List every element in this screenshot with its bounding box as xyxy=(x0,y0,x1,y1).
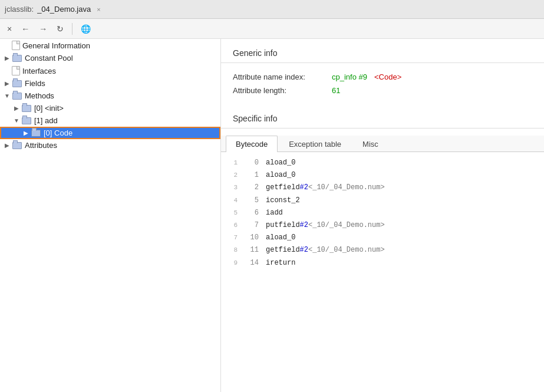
bc-instruction: getfield xyxy=(266,182,300,193)
attr-length-label: Attribute length: xyxy=(233,86,327,95)
attr-name-tag: <Code> xyxy=(374,73,401,81)
attr-name-row: Attribute name index: cp_info #9 <Code> xyxy=(221,70,544,84)
bytecode-row: 811getfield #2 <_10/_04_Demo.num> xyxy=(221,244,544,256)
arrow-general-info xyxy=(2,42,12,49)
attr-length-value: 61 xyxy=(332,86,340,95)
folder-icon-fields xyxy=(12,80,22,88)
tabs-bar: Bytecode Exception table Misc xyxy=(221,136,544,152)
sidebar-item-code[interactable]: ▶ [0] Code xyxy=(0,127,220,139)
arrow-fields: ▶ xyxy=(2,80,12,87)
label-attributes: Attributes xyxy=(25,141,57,150)
bytecode-row: 10aload_0 xyxy=(221,157,544,169)
sidebar-item-fields[interactable]: ▶ Fields xyxy=(0,77,220,90)
bytecode-row: 710aload_0 xyxy=(221,232,544,244)
bc-instruction: ireturn xyxy=(266,258,295,269)
title-bar: jclasslib: _04_Demo.java × xyxy=(0,0,544,19)
label-general-info: General Information xyxy=(22,41,90,50)
bc-instruction: putfield xyxy=(266,220,300,231)
generic-info-divider xyxy=(221,62,544,63)
arrow-attributes: ▶ xyxy=(2,142,12,149)
sidebar-item-interfaces[interactable]: Interfaces xyxy=(0,64,220,77)
bc-instruction: iadd xyxy=(266,207,283,219)
close-button[interactable]: × xyxy=(5,23,14,35)
sidebar-item-init[interactable]: ▶ [0] <init> xyxy=(0,102,220,114)
bc-comment: <_10/_04_Demo.num> xyxy=(308,182,385,193)
bc-line-number: 1 xyxy=(226,158,238,169)
label-constant-pool: Constant Pool xyxy=(25,54,73,62)
attr-length-row: Attribute length: 61 xyxy=(221,84,544,97)
bc-offset: 2 xyxy=(245,182,259,193)
bc-line-number: 8 xyxy=(226,245,238,256)
bytecode-row: 914ireturn xyxy=(221,257,544,269)
label-code: [0] Code xyxy=(44,129,72,137)
sidebar-item-methods[interactable]: ▼ Methods xyxy=(0,90,220,102)
generic-info-title: Generic info xyxy=(221,39,544,62)
tab-misc[interactable]: Misc xyxy=(352,136,388,152)
label-fields: Fields xyxy=(25,79,45,88)
arrow-methods: ▼ xyxy=(2,93,12,99)
bc-ref[interactable]: #2 xyxy=(300,220,308,231)
folder-icon-code xyxy=(31,129,41,137)
label-methods: Methods xyxy=(25,91,54,100)
bytecode-row: 45iconst_2 xyxy=(221,195,544,207)
label-interfaces: Interfaces xyxy=(22,67,56,75)
bc-line-number: 6 xyxy=(226,220,238,231)
bc-line-number: 3 xyxy=(226,183,238,193)
specific-info-divider xyxy=(221,128,544,129)
bc-instruction: aload_0 xyxy=(266,170,295,181)
bytecode-row: 67putfield #2 <_10/_04_Demo.num> xyxy=(221,219,544,232)
arrow-add: ▼ xyxy=(12,117,21,124)
sidebar-item-general-info[interactable]: General Information xyxy=(0,39,220,52)
folder-icon-add xyxy=(21,117,32,125)
label-init: [0] <init> xyxy=(34,104,64,113)
refresh-button[interactable]: ↻ xyxy=(54,23,66,35)
bc-ref[interactable]: #2 xyxy=(300,245,308,256)
bc-ref[interactable]: #2 xyxy=(300,182,308,193)
tab-exception-table[interactable]: Exception table xyxy=(279,136,351,152)
main-layout: General Information ▶ Constant Pool Inte… xyxy=(0,39,544,392)
bc-offset: 0 xyxy=(245,157,259,169)
bc-line-number: 9 xyxy=(226,258,238,269)
bc-offset: 1 xyxy=(245,170,259,181)
arrow-code: ▶ xyxy=(21,130,31,136)
folder-icon-attributes xyxy=(12,141,22,150)
sidebar-item-add[interactable]: ▼ [1] add xyxy=(0,114,220,127)
bc-offset: 5 xyxy=(245,195,259,206)
globe-button[interactable]: 🌐 xyxy=(78,23,93,35)
folder-icon-methods xyxy=(12,92,22,100)
bc-line-number: 2 xyxy=(226,170,238,181)
bc-comment: <_10/_04_Demo.num> xyxy=(308,245,385,256)
page-icon-general-info xyxy=(12,41,20,50)
bc-line-number: 4 xyxy=(226,196,238,206)
folder-icon-init xyxy=(21,104,32,113)
bc-instruction: getfield xyxy=(266,245,300,256)
tab-close-button[interactable]: × xyxy=(97,6,100,13)
attr-name-label: Attribute name index: xyxy=(233,73,327,81)
bc-offset: 11 xyxy=(245,245,259,256)
attr-name-value[interactable]: cp_info #9 xyxy=(332,73,367,81)
specific-info-title: Specific info xyxy=(221,104,544,128)
bytecode-content: 10aload_021aload_032getfield #2 <_10/_04… xyxy=(221,152,544,274)
tab-bytecode[interactable]: Bytecode xyxy=(226,136,278,152)
tree-sidebar: General Information ▶ Constant Pool Inte… xyxy=(0,39,221,392)
sidebar-item-attributes[interactable]: ▶ Attributes xyxy=(0,139,220,151)
bytecode-row: 21aload_0 xyxy=(221,169,544,182)
bc-instruction: iconst_2 xyxy=(266,195,300,206)
bc-line-number: 5 xyxy=(226,208,238,219)
bc-offset: 7 xyxy=(245,220,259,231)
arrow-init: ▶ xyxy=(12,105,21,111)
folder-icon-constant-pool xyxy=(12,54,22,62)
sidebar-item-constant-pool[interactable]: ▶ Constant Pool xyxy=(0,52,220,64)
forward-button[interactable]: → xyxy=(37,23,50,35)
label-add: [1] add xyxy=(34,116,58,125)
file-tab[interactable]: _04_Demo.java xyxy=(37,5,91,14)
bc-offset: 14 xyxy=(245,258,259,269)
content-panel: Generic info Attribute name index: cp_in… xyxy=(221,39,544,392)
bc-instruction: aload_0 xyxy=(266,157,295,169)
bc-offset: 10 xyxy=(245,232,259,243)
arrow-constant-pool: ▶ xyxy=(2,55,12,61)
back-button[interactable]: ← xyxy=(19,23,32,35)
bc-offset: 6 xyxy=(245,207,259,219)
bytecode-row: 56iadd xyxy=(221,207,544,219)
bc-comment: <_10/_04_Demo.num> xyxy=(308,220,385,231)
